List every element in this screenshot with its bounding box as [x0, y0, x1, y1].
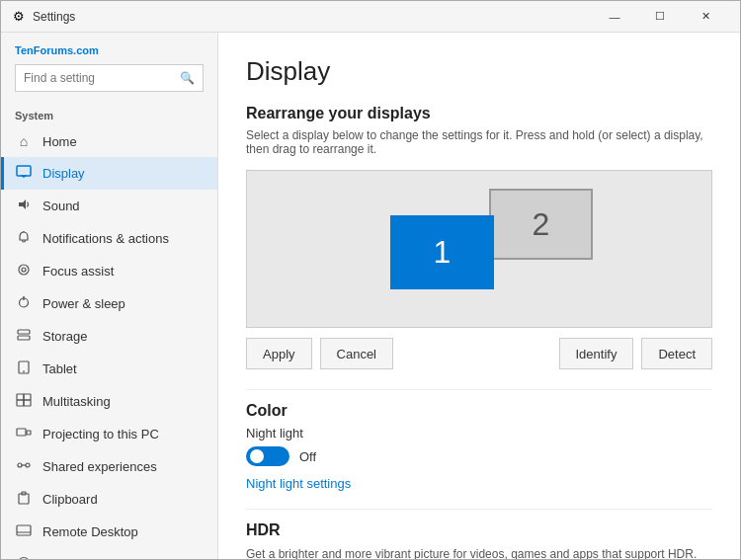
sidebar: TenForums.com 🔍 System ⌂ Home Display: [1, 33, 218, 559]
sidebar-item-label: Tablet: [42, 361, 77, 376]
rearrange-section-title: Rearrange your displays: [246, 105, 712, 122]
svg-rect-9: [18, 330, 30, 334]
svg-rect-18: [27, 431, 31, 435]
titlebar-left: ⚙ Settings: [13, 9, 75, 24]
sidebar-item-projecting[interactable]: Projecting to this PC: [1, 418, 217, 450]
sidebar-item-label: Remote Desktop: [42, 524, 138, 539]
clipboard-icon: [15, 491, 33, 508]
sidebar-item-label: Multitasking: [42, 394, 111, 409]
svg-point-26: [19, 558, 30, 560]
sidebar-item-sound[interactable]: Sound: [1, 190, 217, 222]
svg-rect-15: [17, 400, 24, 406]
rearrange-description: Select a display below to change the set…: [246, 128, 712, 156]
minimize-button[interactable]: —: [592, 1, 637, 33]
sidebar-item-label: Notifications & actions: [42, 231, 169, 246]
main-panel: Display Rearrange your displays Select a…: [218, 33, 740, 559]
sidebar-item-label: Storage: [42, 329, 88, 344]
toggle-off-label: Off: [299, 449, 316, 464]
settings-icon: ⚙: [13, 9, 25, 24]
monitor-2-label: 2: [533, 206, 550, 243]
settings-window: ⚙ Settings — ☐ ✕ TenForums.com 🔍 System …: [0, 0, 741, 560]
close-button[interactable]: ✕: [683, 1, 728, 33]
monitor-1-label: 1: [434, 234, 452, 271]
sidebar-item-label: About: [42, 557, 76, 559]
sidebar-item-clipboard[interactable]: Clipboard: [1, 483, 217, 516]
multitasking-icon: [15, 393, 33, 410]
identify-button[interactable]: Identify: [559, 338, 634, 369]
system-section-label: System: [1, 100, 217, 125]
sidebar-item-label: Projecting to this PC: [42, 427, 159, 441]
sidebar-item-focus[interactable]: Focus assist: [1, 255, 217, 287]
hdr-section-title: HDR: [246, 521, 712, 539]
titlebar: ⚙ Settings — ☐ ✕: [1, 1, 740, 33]
night-light-label: Night light: [246, 426, 712, 440]
display-buttons-row: Apply Cancel Identify Detect: [246, 338, 712, 369]
sound-icon: [15, 198, 33, 214]
about-icon: [15, 556, 33, 559]
svg-point-5: [19, 265, 29, 275]
remote-icon: [15, 523, 33, 540]
svg-rect-17: [17, 429, 26, 436]
search-input[interactable]: [24, 71, 180, 85]
search-box[interactable]: 🔍: [15, 64, 204, 92]
night-light-toggle[interactable]: [246, 446, 289, 466]
sidebar-item-notifications[interactable]: Notifications & actions: [1, 222, 217, 255]
sidebar-item-display[interactable]: Display: [1, 157, 217, 190]
sidebar-item-remote[interactable]: Remote Desktop: [1, 516, 217, 548]
titlebar-title: Settings: [33, 10, 75, 24]
display-icon: [15, 165, 33, 182]
sidebar-item-label: Clipboard: [42, 492, 98, 507]
sidebar-item-label: Focus assist: [42, 264, 114, 279]
projecting-icon: [15, 426, 33, 442]
sidebar-item-power[interactable]: Power & sleep: [1, 287, 217, 320]
svg-point-21: [26, 463, 30, 467]
sidebar-item-shared[interactable]: Shared experiences: [1, 450, 217, 483]
color-section: Color Night light Off Night light settin…: [246, 402, 712, 491]
sidebar-item-label: Shared experiences: [42, 459, 157, 474]
display-arrangement-area[interactable]: 2 1: [246, 170, 712, 328]
night-light-row: Off: [246, 446, 712, 466]
color-section-title: Color: [246, 402, 712, 420]
power-icon: [15, 295, 33, 312]
divider-2: [246, 509, 712, 510]
apply-button[interactable]: Apply: [246, 338, 312, 369]
maximize-button[interactable]: ☐: [637, 1, 683, 33]
tablet-icon: [15, 360, 33, 377]
hdr-description: Get a brighter and more vibrant picture …: [246, 545, 712, 559]
sidebar-item-home[interactable]: ⌂ Home: [1, 125, 217, 157]
shared-icon: [15, 458, 33, 475]
sidebar-item-about[interactable]: About: [1, 548, 217, 559]
sidebar-item-multitasking[interactable]: Multitasking: [1, 385, 217, 418]
search-icon: 🔍: [180, 71, 195, 85]
sidebar-item-tablet[interactable]: Tablet: [1, 353, 217, 385]
monitor-1[interactable]: 1: [390, 215, 494, 289]
svg-rect-24: [17, 525, 31, 535]
svg-point-20: [18, 463, 22, 467]
sidebar-logo: TenForums.com: [15, 44, 204, 56]
sidebar-item-label: Power & sleep: [42, 296, 125, 311]
divider-1: [246, 389, 712, 390]
sidebar-header: TenForums.com 🔍: [1, 33, 217, 100]
sidebar-item-label: Sound: [42, 199, 80, 213]
svg-rect-0: [17, 166, 31, 176]
night-light-settings-link[interactable]: Night light settings: [246, 476, 351, 491]
svg-rect-10: [18, 336, 30, 340]
sidebar-item-label: Display: [42, 166, 85, 181]
focus-icon: [15, 263, 33, 280]
home-icon: ⌂: [15, 133, 33, 149]
detect-button[interactable]: Detect: [641, 338, 712, 369]
sidebar-item-storage[interactable]: Storage: [1, 320, 217, 353]
cancel-button[interactable]: Cancel: [320, 338, 393, 369]
svg-rect-13: [17, 394, 24, 400]
page-title: Display: [246, 56, 712, 87]
content-area: TenForums.com 🔍 System ⌂ Home Display: [1, 33, 740, 559]
titlebar-controls: — ☐ ✕: [592, 1, 728, 33]
svg-rect-14: [24, 394, 31, 400]
svg-point-6: [22, 268, 26, 272]
notifications-icon: [15, 230, 33, 247]
svg-marker-3: [19, 200, 26, 209]
monitor-2[interactable]: 2: [489, 189, 593, 260]
sidebar-item-label: Home: [42, 134, 77, 149]
storage-icon: [15, 328, 33, 345]
hdr-section: HDR Get a brighter and more vibrant pict…: [246, 521, 712, 559]
